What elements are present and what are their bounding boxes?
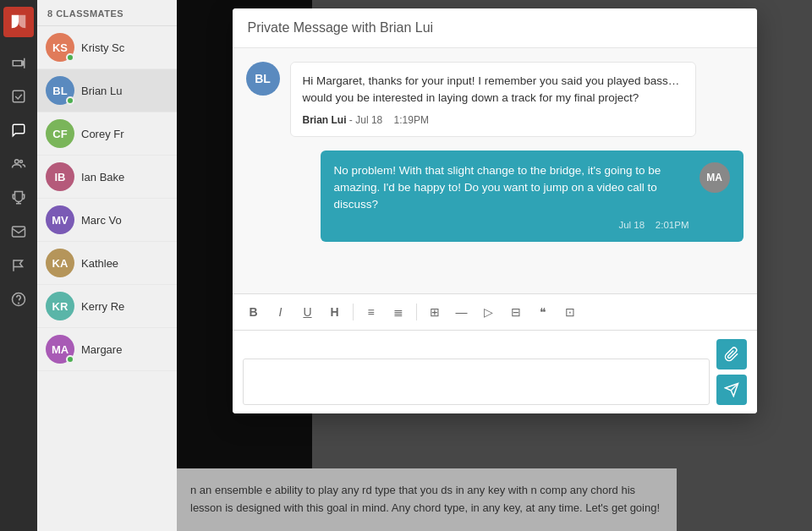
classmate-name-kathleen: Kathlee <box>81 257 118 270</box>
classmate-kristy[interactable]: KS Kristy Sc <box>37 26 177 69</box>
svg-point-1 <box>15 160 19 164</box>
avatar-wrap-kathleen: KA <box>46 249 74 277</box>
avatar-wrap-kristy: KS <box>46 33 74 62</box>
modal-title: Private Message with Brian Lui <box>248 20 434 35</box>
flag-icon[interactable] <box>3 250 34 281</box>
chat-icon[interactable] <box>3 115 34 145</box>
toolbar-divider-1 <box>353 304 354 320</box>
avatar-wrap-corey: CF <box>46 119 74 148</box>
modal-overlay: Private Message with Brian Lui BL Hi Mar… <box>177 0 812 531</box>
classmate-marc[interactable]: MV Marc Vo <box>37 199 177 242</box>
compose-input[interactable] <box>243 359 710 405</box>
bullet-list-button[interactable]: ≡ <box>360 301 382 323</box>
message-bubble-sent: No problem! With that slight change to t… <box>321 151 743 243</box>
classmate-name-kerry: Kerry Re <box>81 300 124 313</box>
send-button[interactable] <box>716 375 747 405</box>
quote-button[interactable]: ❝ <box>532 301 554 323</box>
svg-point-2 <box>20 161 23 163</box>
formatting-toolbar: B I U H ≡ ≣ ⊞ — ▷ ⊟ ❝ ⊡ <box>233 293 757 331</box>
modal-header: Private Message with Brian Lui <box>233 8 757 48</box>
message-sent: No problem! With that slight change to t… <box>246 151 743 243</box>
classmate-name-kristy: Kristy Sc <box>81 41 124 54</box>
help-icon[interactable] <box>3 284 34 315</box>
message-spacer <box>386 114 392 126</box>
table-button[interactable]: ⊞ <box>424 301 446 323</box>
check-icon[interactable] <box>3 81 34 112</box>
message-body-received: Hi Margaret, thanks for your input! I re… <box>290 62 696 137</box>
compose-area <box>233 331 757 413</box>
classmate-name-marc: Marc Vo <box>81 214 122 227</box>
app-logo <box>3 7 34 37</box>
avatar-corey: CF <box>46 119 74 148</box>
svg-point-5 <box>19 303 19 304</box>
message-time: 1:19PM <box>394 114 429 126</box>
underline-button[interactable]: U <box>297 301 319 323</box>
online-indicator-margaret <box>66 355 74 364</box>
italic-button[interactable]: I <box>270 301 292 323</box>
heading-button[interactable]: H <box>324 301 346 323</box>
group-icon[interactable] <box>3 149 34 179</box>
classmate-ian[interactable]: IB Ian Bake <box>37 156 177 199</box>
avatar-marc: MV <box>46 205 74 234</box>
media-button[interactable]: ▷ <box>478 301 500 323</box>
avatar-wrap-kerry: KR <box>46 292 74 320</box>
message-received: BL Hi Margaret, thanks for your input! I… <box>246 62 743 137</box>
message-date: Jul 18 <box>355 114 382 126</box>
classmates-header: 8 CLASSMATES <box>37 0 177 26</box>
classmate-name-margaret: Margare <box>81 343 122 356</box>
classmate-name-corey: Corey Fr <box>81 128 124 140</box>
sent-avatar: MA <box>700 162 730 193</box>
avatar-kathleen: KA <box>46 249 74 277</box>
megaphone-icon[interactable] <box>3 47 34 78</box>
message-text-received: Hi Margaret, thanks for your input! I re… <box>303 73 683 107</box>
classmate-margaret[interactable]: MA Margare <box>37 328 177 371</box>
sender-name: Brian Lui <box>303 114 347 126</box>
compose-action-buttons <box>716 339 747 405</box>
mail-icon[interactable] <box>3 216 34 247</box>
message-meta-received: Brian Lui - Jul 18 1:19PM <box>303 114 683 126</box>
bold-button[interactable]: B <box>243 301 265 323</box>
main-content: n an ensemble e ability to play any rd t… <box>177 0 812 531</box>
hr-button[interactable]: — <box>451 301 473 323</box>
svg-rect-3 <box>13 227 25 237</box>
classmate-corey[interactable]: CF Corey Fr <box>37 112 177 156</box>
avatar-ian: IB <box>46 162 74 191</box>
link-button[interactable]: ⊡ <box>559 301 581 323</box>
sent-spacer <box>647 220 652 230</box>
classmate-kathleen[interactable]: KA Kathlee <box>37 242 177 285</box>
message-text-sent: No problem! With that slight change to t… <box>334 162 689 214</box>
messages-area: BL Hi Margaret, thanks for your input! I… <box>233 48 757 293</box>
avatar-wrap-brian: BL <box>46 76 74 105</box>
ordered-list-button[interactable]: ≣ <box>387 301 409 323</box>
sent-date: Jul 18 <box>618 220 645 230</box>
attach-button[interactable] <box>716 339 747 370</box>
sidebar <box>0 0 37 531</box>
trophy-icon[interactable] <box>3 183 34 213</box>
classmate-name-brian: Brian Lu <box>81 85 122 97</box>
classmates-panel: 8 CLASSMATES KS Kristy Sc BL Brian Lu CF… <box>37 0 177 531</box>
avatar-wrap-ian: IB <box>46 162 74 191</box>
classmate-brian[interactable]: BL Brian Lu <box>37 69 177 112</box>
avatar-kerry: KR <box>46 292 74 320</box>
code-button[interactable]: ⊟ <box>505 301 527 323</box>
online-indicator-kristy <box>66 53 74 62</box>
classmate-kerry[interactable]: KR Kerry Re <box>37 285 177 328</box>
toolbar-divider-2 <box>416 304 417 320</box>
private-message-modal: Private Message with Brian Lui BL Hi Mar… <box>233 8 757 413</box>
avatar-wrap-margaret: MA <box>46 335 74 364</box>
sent-content: No problem! With that slight change to t… <box>334 162 689 231</box>
sent-time: 2:01PM <box>656 220 689 230</box>
svg-rect-0 <box>13 90 25 102</box>
message-meta-sent: Jul 18 2:01PM <box>334 220 689 230</box>
classmate-name-ian: Ian Bake <box>81 171 124 183</box>
avatar-wrap-marc: MV <box>46 205 74 234</box>
online-indicator-brian <box>66 96 74 105</box>
sender-avatar: BL <box>246 62 280 96</box>
